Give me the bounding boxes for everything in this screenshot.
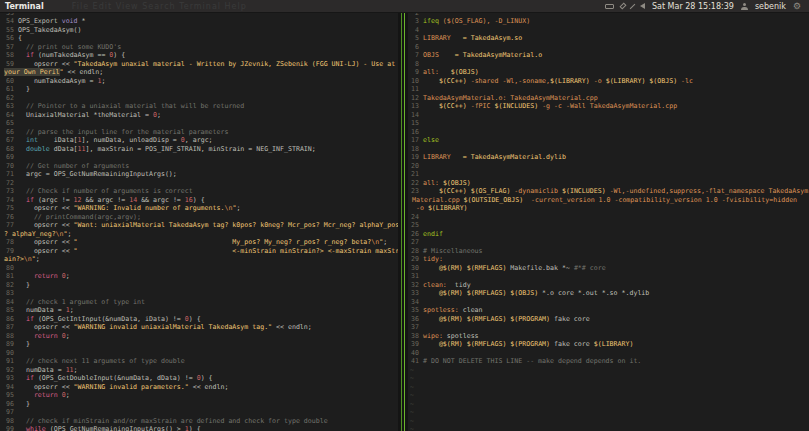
session-gear-icon[interactable]: ⚙ bbox=[793, 2, 801, 11]
line-number: 3 bbox=[408, 17, 423, 26]
line-number: 99 bbox=[0, 425, 18, 431]
code-text: @$(RM) $(RMFLAGS) $(PROGRAM) fake core $… bbox=[423, 340, 633, 349]
code-line: 40 bbox=[408, 349, 809, 358]
code-line: 16 bbox=[408, 128, 809, 137]
code-text: # Miscellaneous bbox=[423, 247, 483, 256]
input-method-icon[interactable] bbox=[630, 3, 636, 9]
code-text: numData = 1; bbox=[18, 306, 74, 315]
code-line: 8 bbox=[408, 60, 809, 69]
vim-split-divider[interactable] bbox=[398, 13, 408, 431]
code-line: 28# Miscellaneous bbox=[408, 247, 809, 256]
top-panel: Terminal File Edit View Search Terminal … bbox=[0, 0, 809, 13]
empty-line-tilde: ~ bbox=[408, 400, 425, 409]
line-number: 60 bbox=[0, 77, 18, 86]
code-line: 59 opserr << "TakedaAsym unaxial materia… bbox=[0, 60, 398, 69]
code-line: 27 bbox=[408, 238, 809, 247]
code-line: ? alphaY_neg?\n"; bbox=[0, 230, 398, 239]
code-line: 34 bbox=[408, 298, 809, 307]
code-line: 31 bbox=[408, 272, 809, 281]
code-text: { bbox=[18, 34, 22, 43]
code-line: 33 @$(RM) $(RMFLAGS) $(OBJS) *.o core *.… bbox=[408, 289, 809, 298]
code-line: 68 double dData[11], maxStrain = POS_INF… bbox=[0, 145, 398, 154]
code-line: 17else bbox=[408, 136, 809, 145]
line-number: 75 bbox=[0, 204, 18, 213]
line-number: 26 bbox=[408, 230, 423, 239]
line-number: 7 bbox=[408, 51, 423, 60]
line-number: 56 bbox=[0, 34, 18, 43]
code-line: 5LIBRARY = TakedaAsym.so bbox=[408, 34, 809, 43]
code-text: wipe: spotless bbox=[423, 332, 479, 341]
line-number: 70 bbox=[0, 162, 18, 171]
code-text: // Check if number of arguments is corre… bbox=[18, 187, 193, 196]
line-number: 64 bbox=[0, 111, 18, 120]
code-line: 15 bbox=[408, 119, 809, 128]
code-text: LIBRARY = TakedaAsymMaterial.dylib bbox=[423, 153, 566, 162]
code-line: 29tidy: bbox=[408, 255, 809, 264]
code-text: // Get number of arguments bbox=[18, 162, 129, 171]
code-line: ~ bbox=[408, 374, 809, 383]
line-number: 14 bbox=[408, 111, 423, 120]
bluetooth-icon[interactable] bbox=[619, 2, 626, 9]
line-number: 84 bbox=[0, 298, 18, 307]
code-line: 9all: $(OBJS) bbox=[408, 68, 809, 77]
line-number: 91 bbox=[0, 357, 18, 366]
line-number: 78 bbox=[0, 238, 18, 247]
code-text: opserr << "WARNING invalid uniaxialMater… bbox=[18, 323, 312, 332]
code-line: 69 bbox=[0, 153, 398, 162]
code-text: return 0; bbox=[18, 391, 70, 400]
keyboard-indicator-icon[interactable] bbox=[605, 4, 614, 9]
empty-line-tilde: ~ bbox=[408, 366, 425, 375]
code-line: 32clean: tidy bbox=[408, 281, 809, 290]
clock[interactable]: Sat Mar 28 15:18:39 bbox=[652, 2, 734, 11]
code-line: 67 int iData[1], numData, unloadDisp = 0… bbox=[0, 136, 398, 145]
code-line: 99 while (OPS_GetNumRemainingInputArgs()… bbox=[0, 425, 398, 431]
code-line: 82 } bbox=[0, 281, 398, 290]
code-line: 54OPS_Export void * bbox=[0, 17, 398, 26]
line-number: 87 bbox=[0, 323, 18, 332]
code-line: 84 // check 1 argumet of type int bbox=[0, 298, 398, 307]
code-text: opserr << "WARNING: Invalid number of ar… bbox=[18, 204, 240, 213]
line-number: 55 bbox=[0, 26, 18, 35]
code-text: TakedaAsymMaterial.o: TakedaAsymMaterial… bbox=[423, 94, 598, 103]
code-line: 7OBJS = TakedaAsymMaterial.o bbox=[408, 51, 809, 60]
user-menu[interactable]: sebenik bbox=[755, 2, 786, 11]
empty-line-tilde: ~ bbox=[408, 417, 425, 426]
code-line: 73 // Check if number of arguments is co… bbox=[0, 187, 398, 196]
vim-pane-left[interactable]: 5354OPS_Export void *55OPS_TakedaAsym()5… bbox=[0, 13, 398, 431]
line-number: 37 bbox=[408, 323, 423, 332]
code-line: ain?>\n"; bbox=[0, 255, 398, 264]
code-text: all: $(OBJS) bbox=[423, 179, 471, 188]
code-line: 41# DO NOT DELETE THIS LINE -- make depe… bbox=[408, 357, 809, 366]
volume-icon[interactable] bbox=[640, 3, 645, 9]
code-line: your Own Peril" << endln; bbox=[0, 68, 398, 77]
line-number: 13 bbox=[408, 102, 423, 111]
line-number: 35 bbox=[408, 306, 423, 315]
app-menu-terminal[interactable]: Terminal bbox=[0, 2, 44, 11]
line-number: 80 bbox=[0, 264, 18, 273]
line-number: 19 bbox=[408, 153, 423, 162]
code-text: OPS_Export void * bbox=[18, 17, 86, 26]
line-number: 9 bbox=[408, 68, 423, 77]
code-text: @$(RM) $(RMFLAGS) Makefile.bak *~ #*# co… bbox=[423, 264, 606, 273]
line-number: 32 bbox=[408, 281, 423, 290]
code-line: 94 opserr << "WARNING invalid parameters… bbox=[0, 383, 398, 392]
code-line: 74 if (argc != 12 && argc != 14 && argc … bbox=[0, 196, 398, 205]
code-line: 38wipe: spotless bbox=[408, 332, 809, 341]
line-number: 61 bbox=[0, 85, 18, 94]
code-line: 96 } bbox=[0, 400, 398, 409]
code-line: 21 bbox=[408, 170, 809, 179]
line-number: 92 bbox=[0, 366, 18, 375]
code-text: tidy: bbox=[423, 255, 443, 264]
code-text: @$(RM) $(RMFLAGS) $(OBJS) *.o core *.out… bbox=[423, 289, 649, 298]
line-number: 93 bbox=[0, 374, 18, 383]
line-number: 77 bbox=[0, 221, 18, 230]
code-line: 89 } bbox=[0, 340, 398, 349]
line-number: 71 bbox=[0, 170, 18, 179]
code-line: -o $(LIBRARY) bbox=[408, 204, 809, 213]
code-line: 86 if (OPS_GetIntInput(&numData, iData) … bbox=[0, 315, 398, 324]
vim-pane-right[interactable]: 23ifeq ($(OS_FLAG), -D_LINUX)45LIBRARY =… bbox=[408, 13, 809, 431]
line-number: 11 bbox=[408, 85, 423, 94]
line-number: 5 bbox=[408, 34, 423, 43]
line-number: 76 bbox=[0, 213, 18, 222]
line-number: 8 bbox=[408, 60, 423, 69]
